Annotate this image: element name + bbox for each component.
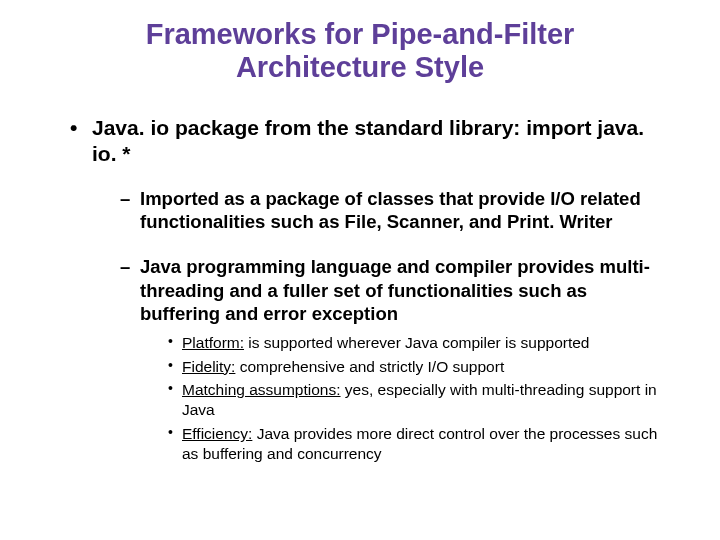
bullet-item: Java. io package from the standard libra…	[70, 115, 670, 464]
slide-title: Frameworks for Pipe-and-Filter Architect…	[0, 0, 720, 93]
criteria-text: Java provides more direct control over t…	[182, 425, 657, 462]
criteria-text: is supported wherever Java compiler is s…	[244, 334, 589, 351]
slide: Frameworks for Pipe-and-Filter Architect…	[0, 0, 720, 540]
bullet-list-level3: Platform: is supported wherever Java com…	[140, 333, 670, 464]
criteria-label: Matching assumptions:	[182, 381, 341, 398]
bullet-item: Imported as a package of classes that pr…	[120, 187, 670, 233]
bullet-list-level2: Imported as a package of classes that pr…	[92, 187, 670, 464]
bullet-item: Efficiency: Java provides more direct co…	[168, 424, 670, 464]
bullet-item: Java programming language and compiler p…	[120, 255, 670, 463]
criteria-label: Fidelity:	[182, 358, 235, 375]
bullet-text: Java. io package from the standard libra…	[92, 116, 597, 139]
bullet-item: Platform: is supported wherever Java com…	[168, 333, 670, 353]
criteria-text: comprehensive and strictly I/O support	[235, 358, 504, 375]
bullet-item: Fidelity: comprehensive and strictly I/O…	[168, 357, 670, 377]
bullet-text: Java programming language and compiler p…	[140, 256, 650, 323]
bullet-list-level1: Java. io package from the standard libra…	[0, 115, 720, 464]
criteria-label: Platform:	[182, 334, 244, 351]
bullet-item: Matching assumptions: yes, especially wi…	[168, 380, 670, 420]
bullet-text: Imported as a package of classes that pr…	[140, 188, 641, 232]
criteria-label: Efficiency:	[182, 425, 252, 442]
